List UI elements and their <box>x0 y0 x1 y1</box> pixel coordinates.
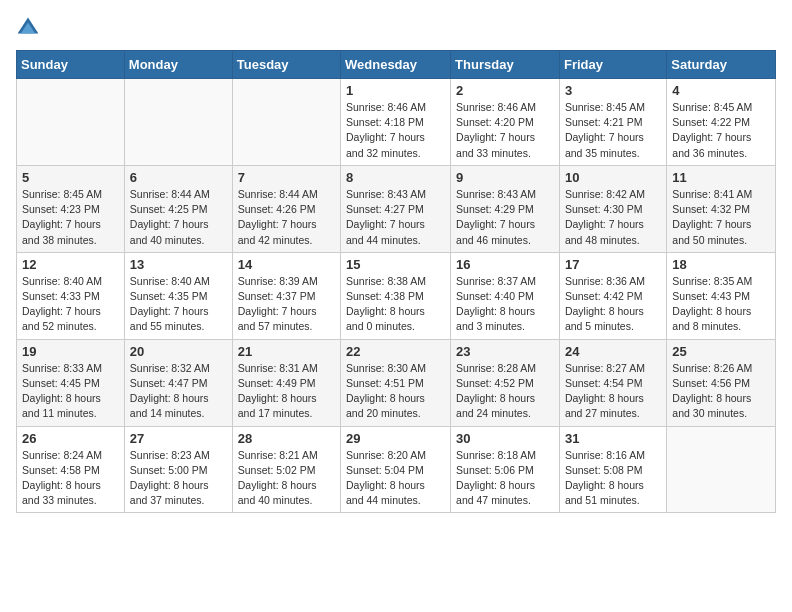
calendar-cell: 3Sunrise: 8:45 AM Sunset: 4:21 PM Daylig… <box>559 79 666 166</box>
calendar-cell: 12Sunrise: 8:40 AM Sunset: 4:33 PM Dayli… <box>17 252 125 339</box>
calendar-cell: 25Sunrise: 8:26 AM Sunset: 4:56 PM Dayli… <box>667 339 776 426</box>
day-info: Sunrise: 8:40 AM Sunset: 4:33 PM Dayligh… <box>22 274 119 335</box>
calendar-cell: 19Sunrise: 8:33 AM Sunset: 4:45 PM Dayli… <box>17 339 125 426</box>
day-number: 6 <box>130 170 227 185</box>
calendar-cell: 14Sunrise: 8:39 AM Sunset: 4:37 PM Dayli… <box>232 252 340 339</box>
logo-icon <box>16 16 40 40</box>
day-info: Sunrise: 8:31 AM Sunset: 4:49 PM Dayligh… <box>238 361 335 422</box>
calendar-header-row: SundayMondayTuesdayWednesdayThursdayFrid… <box>17 51 776 79</box>
calendar-cell: 4Sunrise: 8:45 AM Sunset: 4:22 PM Daylig… <box>667 79 776 166</box>
calendar-week-row: 19Sunrise: 8:33 AM Sunset: 4:45 PM Dayli… <box>17 339 776 426</box>
calendar-cell: 24Sunrise: 8:27 AM Sunset: 4:54 PM Dayli… <box>559 339 666 426</box>
day-number: 18 <box>672 257 770 272</box>
calendar-cell: 30Sunrise: 8:18 AM Sunset: 5:06 PM Dayli… <box>451 426 560 513</box>
calendar-cell: 7Sunrise: 8:44 AM Sunset: 4:26 PM Daylig… <box>232 165 340 252</box>
day-number: 19 <box>22 344 119 359</box>
day-info: Sunrise: 8:39 AM Sunset: 4:37 PM Dayligh… <box>238 274 335 335</box>
day-number: 31 <box>565 431 661 446</box>
calendar-week-row: 12Sunrise: 8:40 AM Sunset: 4:33 PM Dayli… <box>17 252 776 339</box>
day-number: 20 <box>130 344 227 359</box>
day-info: Sunrise: 8:33 AM Sunset: 4:45 PM Dayligh… <box>22 361 119 422</box>
calendar-cell: 13Sunrise: 8:40 AM Sunset: 4:35 PM Dayli… <box>124 252 232 339</box>
calendar-cell: 20Sunrise: 8:32 AM Sunset: 4:47 PM Dayli… <box>124 339 232 426</box>
day-number: 8 <box>346 170 445 185</box>
calendar-cell <box>124 79 232 166</box>
day-info: Sunrise: 8:18 AM Sunset: 5:06 PM Dayligh… <box>456 448 554 509</box>
day-number: 27 <box>130 431 227 446</box>
calendar-cell: 5Sunrise: 8:45 AM Sunset: 4:23 PM Daylig… <box>17 165 125 252</box>
day-header-sunday: Sunday <box>17 51 125 79</box>
day-number: 21 <box>238 344 335 359</box>
calendar-cell: 23Sunrise: 8:28 AM Sunset: 4:52 PM Dayli… <box>451 339 560 426</box>
day-header-wednesday: Wednesday <box>341 51 451 79</box>
calendar-cell: 2Sunrise: 8:46 AM Sunset: 4:20 PM Daylig… <box>451 79 560 166</box>
day-info: Sunrise: 8:20 AM Sunset: 5:04 PM Dayligh… <box>346 448 445 509</box>
calendar-cell: 6Sunrise: 8:44 AM Sunset: 4:25 PM Daylig… <box>124 165 232 252</box>
day-info: Sunrise: 8:45 AM Sunset: 4:22 PM Dayligh… <box>672 100 770 161</box>
day-number: 2 <box>456 83 554 98</box>
day-number: 16 <box>456 257 554 272</box>
calendar-cell: 11Sunrise: 8:41 AM Sunset: 4:32 PM Dayli… <box>667 165 776 252</box>
day-info: Sunrise: 8:21 AM Sunset: 5:02 PM Dayligh… <box>238 448 335 509</box>
calendar-cell: 16Sunrise: 8:37 AM Sunset: 4:40 PM Dayli… <box>451 252 560 339</box>
day-info: Sunrise: 8:41 AM Sunset: 4:32 PM Dayligh… <box>672 187 770 248</box>
calendar-cell: 26Sunrise: 8:24 AM Sunset: 4:58 PM Dayli… <box>17 426 125 513</box>
day-info: Sunrise: 8:28 AM Sunset: 4:52 PM Dayligh… <box>456 361 554 422</box>
day-info: Sunrise: 8:46 AM Sunset: 4:18 PM Dayligh… <box>346 100 445 161</box>
calendar-cell: 1Sunrise: 8:46 AM Sunset: 4:18 PM Daylig… <box>341 79 451 166</box>
calendar-week-row: 5Sunrise: 8:45 AM Sunset: 4:23 PM Daylig… <box>17 165 776 252</box>
calendar-table: SundayMondayTuesdayWednesdayThursdayFrid… <box>16 50 776 513</box>
day-info: Sunrise: 8:35 AM Sunset: 4:43 PM Dayligh… <box>672 274 770 335</box>
day-header-thursday: Thursday <box>451 51 560 79</box>
calendar-cell: 18Sunrise: 8:35 AM Sunset: 4:43 PM Dayli… <box>667 252 776 339</box>
day-header-monday: Monday <box>124 51 232 79</box>
calendar-cell: 29Sunrise: 8:20 AM Sunset: 5:04 PM Dayli… <box>341 426 451 513</box>
day-number: 28 <box>238 431 335 446</box>
day-header-friday: Friday <box>559 51 666 79</box>
calendar-cell: 17Sunrise: 8:36 AM Sunset: 4:42 PM Dayli… <box>559 252 666 339</box>
calendar-cell: 21Sunrise: 8:31 AM Sunset: 4:49 PM Dayli… <box>232 339 340 426</box>
day-info: Sunrise: 8:27 AM Sunset: 4:54 PM Dayligh… <box>565 361 661 422</box>
day-info: Sunrise: 8:36 AM Sunset: 4:42 PM Dayligh… <box>565 274 661 335</box>
day-info: Sunrise: 8:43 AM Sunset: 4:27 PM Dayligh… <box>346 187 445 248</box>
day-number: 22 <box>346 344 445 359</box>
day-info: Sunrise: 8:44 AM Sunset: 4:26 PM Dayligh… <box>238 187 335 248</box>
page-header <box>16 16 776 40</box>
day-number: 29 <box>346 431 445 446</box>
day-info: Sunrise: 8:32 AM Sunset: 4:47 PM Dayligh… <box>130 361 227 422</box>
day-number: 23 <box>456 344 554 359</box>
day-number: 15 <box>346 257 445 272</box>
calendar-cell: 22Sunrise: 8:30 AM Sunset: 4:51 PM Dayli… <box>341 339 451 426</box>
day-number: 14 <box>238 257 335 272</box>
calendar-cell: 27Sunrise: 8:23 AM Sunset: 5:00 PM Dayli… <box>124 426 232 513</box>
day-info: Sunrise: 8:43 AM Sunset: 4:29 PM Dayligh… <box>456 187 554 248</box>
calendar-week-row: 1Sunrise: 8:46 AM Sunset: 4:18 PM Daylig… <box>17 79 776 166</box>
day-number: 24 <box>565 344 661 359</box>
calendar-cell: 10Sunrise: 8:42 AM Sunset: 4:30 PM Dayli… <box>559 165 666 252</box>
day-info: Sunrise: 8:45 AM Sunset: 4:21 PM Dayligh… <box>565 100 661 161</box>
day-number: 25 <box>672 344 770 359</box>
calendar-cell: 15Sunrise: 8:38 AM Sunset: 4:38 PM Dayli… <box>341 252 451 339</box>
day-number: 17 <box>565 257 661 272</box>
day-info: Sunrise: 8:44 AM Sunset: 4:25 PM Dayligh… <box>130 187 227 248</box>
day-info: Sunrise: 8:42 AM Sunset: 4:30 PM Dayligh… <box>565 187 661 248</box>
day-info: Sunrise: 8:24 AM Sunset: 4:58 PM Dayligh… <box>22 448 119 509</box>
day-number: 30 <box>456 431 554 446</box>
calendar-cell <box>17 79 125 166</box>
day-info: Sunrise: 8:46 AM Sunset: 4:20 PM Dayligh… <box>456 100 554 161</box>
calendar-cell: 8Sunrise: 8:43 AM Sunset: 4:27 PM Daylig… <box>341 165 451 252</box>
day-number: 4 <box>672 83 770 98</box>
day-header-tuesday: Tuesday <box>232 51 340 79</box>
calendar-cell <box>232 79 340 166</box>
day-number: 5 <box>22 170 119 185</box>
day-info: Sunrise: 8:23 AM Sunset: 5:00 PM Dayligh… <box>130 448 227 509</box>
day-info: Sunrise: 8:37 AM Sunset: 4:40 PM Dayligh… <box>456 274 554 335</box>
day-number: 26 <box>22 431 119 446</box>
day-info: Sunrise: 8:40 AM Sunset: 4:35 PM Dayligh… <box>130 274 227 335</box>
day-number: 1 <box>346 83 445 98</box>
day-number: 13 <box>130 257 227 272</box>
calendar-cell <box>667 426 776 513</box>
day-number: 3 <box>565 83 661 98</box>
calendar-cell: 31Sunrise: 8:16 AM Sunset: 5:08 PM Dayli… <box>559 426 666 513</box>
day-number: 10 <box>565 170 661 185</box>
